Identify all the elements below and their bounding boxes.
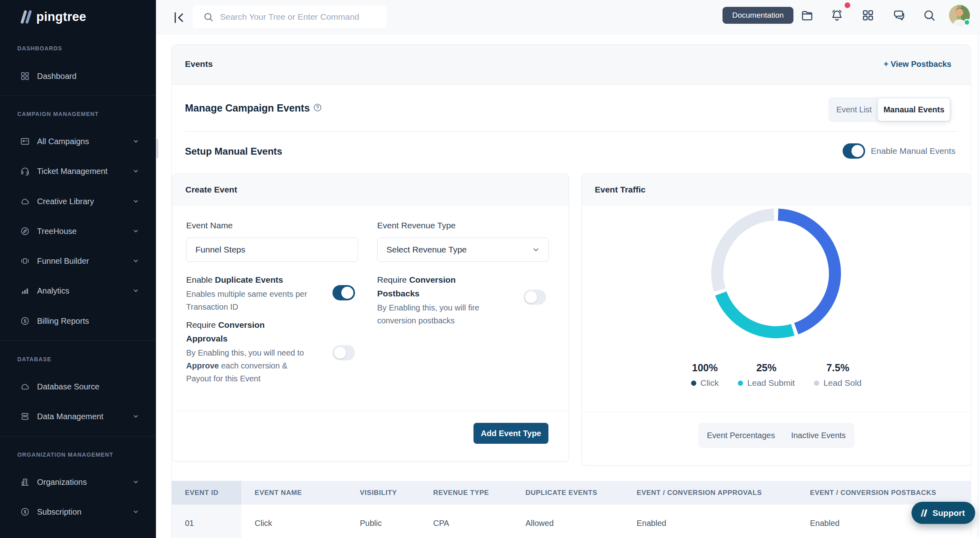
sidebar-item-label: Analytics xyxy=(37,286,132,296)
sidebar-divider xyxy=(0,95,156,96)
sidebar-item-label: Data Management xyxy=(37,412,132,421)
table-cell: Click xyxy=(241,505,347,538)
conversion-postbacks-toggle[interactable] xyxy=(523,290,546,305)
documentation-button[interactable]: Documentation xyxy=(723,7,793,24)
folder-icon[interactable] xyxy=(801,9,814,22)
sidebar-item-creative-library[interactable]: Creative Library xyxy=(0,186,156,216)
help-icon[interactable] xyxy=(313,103,322,112)
sidebar-item-analytics[interactable]: Analytics xyxy=(0,276,156,306)
sidebar-item-dashboard[interactable]: Dashboard xyxy=(0,61,156,91)
pingtree-logo[interactable]: pingtree xyxy=(19,8,86,26)
cloud-icon xyxy=(20,382,30,391)
table-column-header: EVENT NAME xyxy=(241,481,347,505)
enable-manual-events-toggle[interactable] xyxy=(843,143,865,159)
tab-inactive-events[interactable]: Inactive Events xyxy=(791,431,846,440)
sidebar-item-label: Dashboard xyxy=(37,72,156,81)
sidebar-item-subscription[interactable]: $Subscription xyxy=(0,497,156,527)
sidebar-item-label: Creative Library xyxy=(37,197,132,206)
event-revenue-type-label: Event Revenue Type xyxy=(377,221,456,230)
search-icon xyxy=(203,12,214,22)
table-cell: 01 xyxy=(172,505,241,538)
sidebar-item-label: TreeHouse xyxy=(37,227,132,236)
topbar: Documentation xyxy=(156,0,980,34)
legend-value: 7.5% xyxy=(826,362,849,374)
chevron-down-icon xyxy=(132,508,140,516)
compass-icon xyxy=(20,226,30,236)
chevron-down-icon xyxy=(132,137,140,145)
traffic-footer-tabs: Event PercentagesInactive Events xyxy=(698,423,855,448)
tree-search xyxy=(193,5,387,28)
sidebar-item-label: Ticket Management xyxy=(37,167,132,176)
sidebar-item-label: Billing Reports xyxy=(37,317,156,326)
events-view-tabs: Event List Manaual Events xyxy=(828,97,951,122)
window-scrollbar[interactable] xyxy=(978,35,980,538)
chevron-down-icon xyxy=(132,478,140,486)
table-row[interactable]: 01ClickPublicCPAAllowedEnabledEnabled xyxy=(172,505,971,538)
online-status-dot xyxy=(963,19,970,26)
dollar-circle-icon: $ xyxy=(20,316,30,326)
event-traffic-card: Event Traffic 100%Click25%Lead Submit7.5… xyxy=(581,174,971,466)
sidebar-item-ticket-management[interactable]: Ticket Management xyxy=(0,156,156,186)
sidebar-item-data-management[interactable]: Data Management xyxy=(0,401,156,431)
legend-value: 100% xyxy=(692,362,718,374)
event-traffic-donut-chart xyxy=(711,209,841,338)
sidebar-item-label: Organizations xyxy=(37,478,132,487)
chevron-down-icon xyxy=(132,257,140,265)
sidebar-scrollbar-thumb[interactable] xyxy=(156,139,158,158)
legend-item-click: 100%Click xyxy=(691,362,719,388)
table-column-header: REVENUE TYPE xyxy=(420,481,512,505)
create-event-footer: Add Event Type xyxy=(172,411,569,461)
legend-label: Lead Submit xyxy=(747,378,795,388)
sidebar-item-billing-reports[interactable]: $Billing Reports xyxy=(0,306,156,336)
event-traffic-header: Event Traffic xyxy=(582,174,971,205)
svg-text:$: $ xyxy=(24,509,26,514)
chevron-down-icon xyxy=(132,412,140,420)
sidebar-section-label: DATABASE xyxy=(17,356,52,362)
carousel-icon xyxy=(20,256,30,266)
view-postbacks-link[interactable]: + View Postbacks xyxy=(884,60,951,69)
legend-value: 25% xyxy=(756,362,777,374)
legend-label: Click xyxy=(700,378,719,388)
chevron-down-icon xyxy=(532,245,540,254)
search-input[interactable] xyxy=(220,12,381,22)
sidebar-item-funnel-builder[interactable]: Funnel Builder xyxy=(0,246,156,276)
sidebar-section-label: ORGANIZATION MANAGEMENT xyxy=(17,451,113,458)
events-table: EVENT IDEVENT NAMEVISIBILITYREVENUE TYPE… xyxy=(172,481,971,538)
chevron-down-icon xyxy=(132,287,140,295)
manage-campaign-events-title: Manage Campaign Events xyxy=(185,102,310,114)
dashboard-icon xyxy=(20,71,30,81)
topbar-search-icon[interactable] xyxy=(923,9,936,22)
sidebar-item-all-campaigns[interactable]: All Campaigns xyxy=(0,126,156,156)
data-icon xyxy=(20,412,30,421)
duplicate-events-desc: Enables multiple same events per Transac… xyxy=(186,288,315,313)
sidebar-divider xyxy=(0,340,156,341)
event-name-input[interactable]: Funnel Steps xyxy=(186,238,358,262)
tab-event-percentages[interactable]: Event Percentages xyxy=(707,431,775,440)
add-event-type-button[interactable]: Add Event Type xyxy=(473,423,548,444)
chat-icon[interactable] xyxy=(893,9,905,22)
conversion-postbacks-label: Require Conversion Postbacks xyxy=(377,273,474,300)
sidebar-item-label: All Campaigns xyxy=(37,137,132,146)
support-button[interactable]: Support xyxy=(911,502,975,524)
tab-manual-events[interactable]: Manaual Events xyxy=(878,98,950,121)
sidebar-item-treehouse[interactable]: TreeHouse xyxy=(0,216,156,246)
notifications-bell-icon[interactable] xyxy=(831,9,843,22)
headset-icon xyxy=(20,166,30,176)
apps-grid-icon[interactable] xyxy=(862,9,874,22)
legend-label: Lead Sold xyxy=(823,378,862,388)
sidebar-collapse-icon[interactable] xyxy=(171,10,186,24)
table-column-header: EVENT / CONVERSION POSTBACKS xyxy=(797,481,971,505)
sidebar-item-database-source[interactable]: Database Source xyxy=(0,372,156,401)
table-cell: CPA xyxy=(420,505,512,538)
duplicate-events-toggle[interactable] xyxy=(332,285,355,300)
revenue-type-select[interactable]: Select Revenue Type xyxy=(377,238,549,262)
tab-event-list[interactable]: Event List xyxy=(828,97,880,122)
pingtree-logo-icon xyxy=(19,8,35,26)
sidebar-item-organizations[interactable]: Organizations xyxy=(0,467,156,497)
event-name-label: Event Name xyxy=(186,221,233,230)
events-title: Events xyxy=(185,59,213,69)
sidebar-item-label: Subscription xyxy=(37,507,132,517)
table-cell: Allowed xyxy=(512,505,623,538)
conversion-approvals-toggle[interactable] xyxy=(332,345,355,360)
table-header-row: EVENT IDEVENT NAMEVISIBILITYREVENUE TYPE… xyxy=(172,481,971,505)
